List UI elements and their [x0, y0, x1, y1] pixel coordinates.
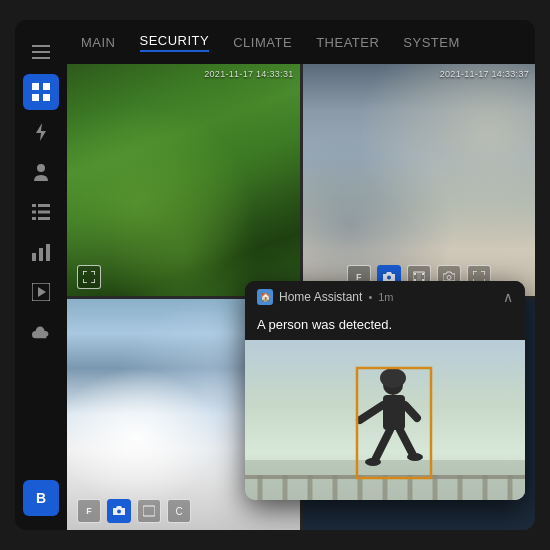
- camera-2: 2021-11-17 14:33:37 F: [303, 64, 536, 296]
- svg-rect-29: [143, 506, 155, 516]
- svg-rect-6: [43, 94, 50, 101]
- svg-rect-9: [32, 204, 36, 207]
- svg-rect-3: [32, 83, 39, 90]
- notif-image: [245, 340, 525, 500]
- person-silhouette: [245, 340, 525, 500]
- top-nav: MAIN SECURITY CLIMATE THEATER SYSTEM: [67, 20, 535, 64]
- cam1-controls: [71, 263, 107, 291]
- svg-rect-11: [32, 211, 36, 214]
- nav-system[interactable]: SYSTEM: [403, 35, 459, 50]
- play-icon[interactable]: [23, 274, 59, 310]
- svg-rect-24: [422, 273, 424, 275]
- svg-rect-2: [32, 57, 50, 59]
- svg-point-27: [447, 275, 451, 279]
- svg-rect-34: [383, 395, 405, 430]
- svg-rect-17: [46, 244, 50, 261]
- avatar[interactable]: B: [23, 480, 59, 516]
- menu-icon[interactable]: [23, 34, 59, 70]
- notif-message: A person was detected.: [245, 313, 525, 340]
- svg-rect-16: [39, 248, 43, 261]
- home-assistant-icon: 🏠: [257, 289, 273, 305]
- nav-main[interactable]: MAIN: [81, 35, 116, 50]
- nav-security[interactable]: SECURITY: [140, 33, 210, 52]
- person-icon[interactable]: [23, 154, 59, 190]
- svg-point-33: [380, 368, 406, 388]
- svg-rect-4: [43, 83, 50, 90]
- svg-rect-26: [417, 272, 421, 282]
- svg-rect-5: [32, 94, 39, 101]
- cam1-expand-btn[interactable]: [77, 265, 101, 289]
- cam2-timestamp: 2021-11-17 14:33:37: [440, 69, 529, 79]
- svg-rect-10: [38, 204, 50, 207]
- nav-theater[interactable]: THEATER: [316, 35, 379, 50]
- detection-background: [245, 340, 525, 500]
- list-icon[interactable]: [23, 194, 59, 230]
- notif-close-btn[interactable]: ∧: [503, 289, 513, 305]
- notif-time: 1m: [378, 291, 393, 303]
- svg-rect-15: [32, 253, 36, 261]
- svg-rect-22: [414, 273, 416, 275]
- svg-point-40: [407, 453, 423, 461]
- camera-1: 2021-11-17 14:33:31: [67, 64, 300, 296]
- svg-rect-0: [32, 45, 50, 47]
- svg-marker-19: [38, 287, 46, 297]
- svg-point-20: [387, 275, 391, 279]
- svg-point-39: [365, 458, 381, 466]
- notif-header-left: 🏠 Home Assistant • 1m: [257, 289, 394, 305]
- notif-app-name: Home Assistant: [279, 290, 362, 304]
- nav-climate[interactable]: CLIMATE: [233, 35, 292, 50]
- cam3-controls: F C: [71, 497, 197, 525]
- cam3-expand-btn[interactable]: C: [167, 499, 191, 523]
- lightning-icon[interactable]: [23, 114, 59, 150]
- svg-rect-14: [38, 217, 50, 220]
- svg-rect-1: [32, 51, 50, 53]
- cam3-camera-btn[interactable]: [107, 499, 131, 523]
- svg-rect-13: [32, 217, 36, 220]
- svg-point-28: [117, 510, 121, 514]
- chart-icon[interactable]: [23, 234, 59, 270]
- sidebar: B: [15, 20, 67, 530]
- app-container: B MAIN SECURITY CLIMATE THEATER SYSTEM 2…: [15, 20, 535, 530]
- cloud-icon[interactable]: [23, 314, 59, 350]
- svg-point-8: [37, 164, 45, 172]
- cam3-flag-btn[interactable]: F: [77, 499, 101, 523]
- svg-marker-7: [36, 123, 46, 141]
- grid-icon[interactable]: [23, 74, 59, 110]
- svg-rect-12: [38, 211, 50, 214]
- notif-separator: •: [368, 291, 372, 303]
- notif-header: 🏠 Home Assistant • 1m ∧: [245, 281, 525, 313]
- cam3-film-btn[interactable]: [137, 499, 161, 523]
- notification-popup: 🏠 Home Assistant • 1m ∧ A person was det…: [245, 281, 525, 500]
- cam1-timestamp: 2021-11-17 14:33:31: [204, 69, 293, 79]
